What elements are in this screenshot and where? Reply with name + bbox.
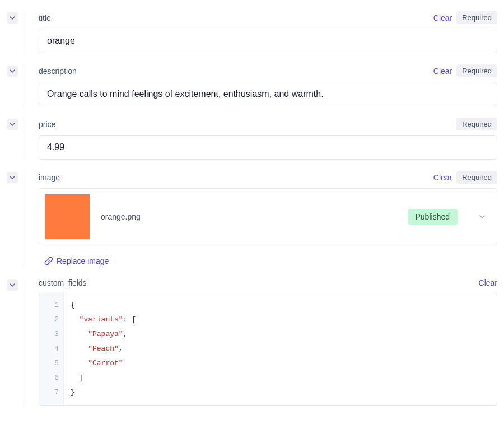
field-image: image Clear Required orange.png Publishe… — [7, 171, 497, 267]
token-punc: , — [119, 344, 123, 353]
field-header: price Required — [39, 118, 497, 130]
line-number: 4 — [44, 342, 59, 356]
token-string: "Peach" — [88, 344, 119, 353]
field-content: custom_fields Clear 1 2 3 4 5 6 7 { "var… — [24, 278, 497, 406]
chevron-down-icon — [10, 122, 15, 127]
field-content: price Required — [24, 118, 497, 160]
token-brace: { — [71, 301, 75, 309]
description-input[interactable] — [39, 82, 497, 106]
collapse-toggle[interactable] — [7, 172, 18, 183]
clear-button[interactable]: Clear — [433, 173, 452, 182]
price-input[interactable] — [39, 135, 497, 160]
field-label: description — [39, 67, 77, 76]
field-header: image Clear Required — [39, 171, 497, 184]
field-label: image — [39, 173, 60, 182]
code-line: ] — [71, 371, 136, 385]
field-label: custom_fields — [39, 278, 87, 287]
image-filename: orange.png — [101, 212, 396, 221]
code-body[interactable]: { "variants": [ "Papaya", "Peach", "Carr… — [64, 292, 143, 405]
clear-button[interactable]: Clear — [479, 278, 497, 287]
collapse-toggle[interactable] — [7, 279, 18, 291]
token-string: "Papaya" — [88, 330, 123, 338]
clear-button[interactable]: Clear — [433, 13, 452, 22]
chevron-down-icon — [10, 282, 15, 288]
token-string: "Carrot" — [88, 359, 123, 367]
collapse-toggle[interactable] — [7, 12, 18, 24]
code-line: "variants": [ — [71, 313, 136, 327]
field-header: description Clear Required — [39, 64, 497, 77]
token-key: "variants" — [80, 315, 123, 324]
token-brace: } — [71, 388, 75, 397]
image-menu-button[interactable] — [475, 210, 489, 223]
field-actions: Required — [456, 118, 497, 130]
replace-image-button[interactable]: Replace image — [44, 257, 109, 265]
image-card[interactable]: orange.png Published — [39, 188, 497, 245]
field-price: price Required — [7, 118, 497, 160]
code-editor[interactable]: 1 2 3 4 5 6 7 { "variants": [ "Papaya", … — [39, 292, 497, 406]
line-number: 5 — [44, 356, 59, 371]
required-badge: Required — [456, 118, 497, 130]
code-line: { — [71, 298, 136, 313]
code-line: "Carrot" — [71, 356, 136, 371]
line-number: 3 — [44, 327, 59, 342]
status-badge: Published — [408, 209, 458, 225]
clear-button[interactable]: Clear — [433, 67, 452, 76]
code-line: "Papaya", — [71, 327, 136, 342]
code-line: "Peach", — [71, 342, 136, 356]
line-number: 1 — [44, 298, 59, 313]
collapse-toggle[interactable] — [7, 66, 18, 77]
line-number: 6 — [44, 371, 59, 385]
required-badge: Required — [456, 11, 497, 24]
field-actions: Clear — [479, 278, 497, 287]
required-badge: Required — [456, 64, 497, 77]
field-actions: Clear Required — [433, 171, 497, 184]
field-actions: Clear Required — [433, 11, 497, 24]
image-thumbnail — [45, 194, 90, 239]
token-punc: : [ — [123, 315, 136, 324]
field-header: title Clear Required — [39, 11, 497, 24]
required-badge: Required — [456, 171, 497, 184]
field-header: custom_fields Clear — [39, 278, 497, 287]
chevron-down-icon — [479, 214, 485, 220]
token-punc: , — [123, 330, 128, 338]
token-punc: ] — [80, 374, 84, 382]
field-label: price — [39, 120, 55, 129]
collapse-toggle[interactable] — [7, 119, 18, 130]
field-description: description Clear Required — [7, 64, 497, 106]
code-gutter: 1 2 3 4 5 6 7 — [39, 292, 64, 405]
field-content: image Clear Required orange.png Publishe… — [24, 171, 497, 267]
replace-image-label: Replace image — [57, 257, 109, 265]
code-line: } — [71, 385, 136, 400]
line-number: 2 — [44, 313, 59, 327]
link-icon — [44, 257, 53, 265]
field-content: title Clear Required — [24, 11, 497, 53]
chevron-down-icon — [10, 15, 15, 21]
field-label: title — [39, 13, 51, 22]
chevron-down-icon — [10, 68, 15, 74]
field-custom-fields: custom_fields Clear 1 2 3 4 5 6 7 { "var… — [7, 278, 497, 406]
chevron-down-icon — [10, 175, 15, 180]
title-input[interactable] — [39, 29, 497, 53]
line-number: 7 — [44, 385, 59, 400]
field-content: description Clear Required — [24, 64, 497, 106]
field-title: title Clear Required — [7, 11, 497, 53]
field-actions: Clear Required — [433, 64, 497, 77]
